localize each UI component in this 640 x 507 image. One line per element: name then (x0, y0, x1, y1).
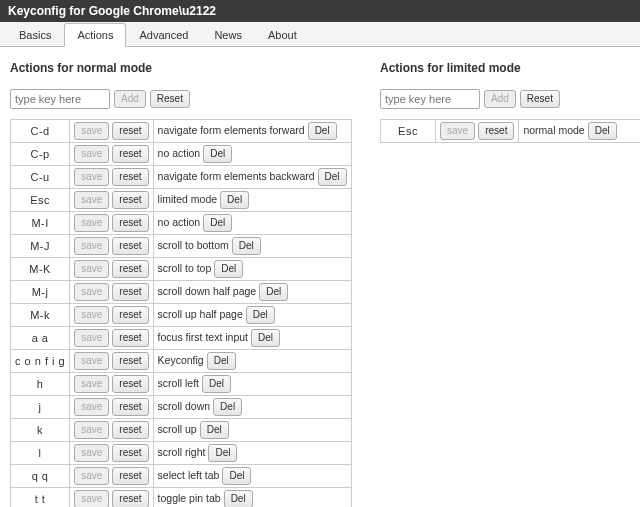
del-button[interactable]: Del (203, 145, 232, 163)
row-reset-button[interactable]: reset (112, 490, 148, 507)
table-row: M-jsave resetscroll down half pageDel (11, 281, 352, 304)
normal-add-button[interactable]: Add (114, 90, 146, 108)
action-label: scroll to bottom (158, 239, 229, 251)
action-label: select left tab (158, 469, 220, 481)
key-buttons-cell: save reset (70, 373, 153, 396)
normal-mode-column: Actions for normal mode Add Reset C-dsav… (10, 61, 340, 507)
table-row: C-psave resetno actionDel (11, 143, 352, 166)
normal-key-input[interactable] (10, 89, 110, 109)
row-reset-button[interactable]: reset (112, 375, 148, 393)
tab-basics[interactable]: Basics (6, 23, 64, 47)
tab-about[interactable]: About (255, 23, 310, 47)
row-reset-button[interactable]: reset (112, 444, 148, 462)
action-label: Keyconfig (158, 354, 204, 366)
del-button[interactable]: Del (214, 260, 243, 278)
action-cell: no actionDel (153, 143, 351, 166)
del-button[interactable]: Del (246, 306, 275, 324)
action-cell: scroll upDel (153, 419, 351, 442)
key-cell: j (11, 396, 70, 419)
row-reset-button[interactable]: reset (478, 122, 514, 140)
del-button[interactable]: Del (220, 191, 249, 209)
row-reset-button[interactable]: reset (112, 329, 148, 347)
key-buttons-cell: save reset (70, 235, 153, 258)
limited-key-input[interactable] (380, 89, 480, 109)
table-row: C-usave resetnavigate form elements back… (11, 166, 352, 189)
key-cell: M-j (11, 281, 70, 304)
save-button[interactable]: save (74, 490, 109, 507)
limited-add-row: Add Reset (380, 89, 640, 109)
save-button[interactable]: save (74, 444, 109, 462)
del-button[interactable]: Del (308, 122, 337, 140)
del-button[interactable]: Del (203, 214, 232, 232)
limited-add-button[interactable]: Add (484, 90, 516, 108)
save-button[interactable]: save (74, 122, 109, 140)
row-reset-button[interactable]: reset (112, 306, 148, 324)
row-reset-button[interactable]: reset (112, 237, 148, 255)
row-reset-button[interactable]: reset (112, 122, 148, 140)
del-button[interactable]: Del (588, 122, 617, 140)
row-reset-button[interactable]: reset (112, 467, 148, 485)
key-buttons-cell: save reset (436, 120, 519, 143)
action-label: no action (158, 147, 201, 159)
table-row: C-dsave resetnavigate form elements forw… (11, 120, 352, 143)
del-button[interactable]: Del (202, 375, 231, 393)
save-button[interactable]: save (74, 214, 109, 232)
action-cell: scroll to topDel (153, 258, 351, 281)
del-button[interactable]: Del (251, 329, 280, 347)
row-reset-button[interactable]: reset (112, 421, 148, 439)
key-cell: c o n f i g (11, 350, 70, 373)
save-button[interactable]: save (74, 145, 109, 163)
save-button[interactable]: save (74, 306, 109, 324)
save-button[interactable]: save (74, 168, 109, 186)
normal-reset-button[interactable]: Reset (150, 90, 190, 108)
row-reset-button[interactable]: reset (112, 214, 148, 232)
limited-heading: Actions for limited mode (380, 61, 640, 75)
save-button[interactable]: save (74, 191, 109, 209)
save-button[interactable]: save (74, 421, 109, 439)
key-buttons-cell: save reset (70, 258, 153, 281)
tab-actions[interactable]: Actions (64, 23, 126, 47)
table-row: c o n f i gsave resetKeyconfigDel (11, 350, 352, 373)
save-button[interactable]: save (440, 122, 475, 140)
save-button[interactable]: save (74, 467, 109, 485)
tab-news[interactable]: News (201, 23, 255, 47)
save-button[interactable]: save (74, 237, 109, 255)
action-label: no action (158, 216, 201, 228)
save-button[interactable]: save (74, 329, 109, 347)
del-button[interactable]: Del (222, 467, 251, 485)
del-button[interactable]: Del (200, 421, 229, 439)
del-button[interactable]: Del (259, 283, 288, 301)
limited-reset-button[interactable]: Reset (520, 90, 560, 108)
table-row: lsave resetscroll rightDel (11, 442, 352, 465)
key-cell: k (11, 419, 70, 442)
row-reset-button[interactable]: reset (112, 352, 148, 370)
row-reset-button[interactable]: reset (112, 260, 148, 278)
row-reset-button[interactable]: reset (112, 168, 148, 186)
del-button[interactable]: Del (208, 444, 237, 462)
action-label: scroll to top (158, 262, 212, 274)
save-button[interactable]: save (74, 398, 109, 416)
save-button[interactable]: save (74, 283, 109, 301)
tab-advanced[interactable]: Advanced (126, 23, 201, 47)
key-buttons-cell: save reset (70, 419, 153, 442)
row-reset-button[interactable]: reset (112, 191, 148, 209)
del-button[interactable]: Del (318, 168, 347, 186)
del-button[interactable]: Del (232, 237, 261, 255)
key-cell: C-p (11, 143, 70, 166)
row-reset-button[interactable]: reset (112, 145, 148, 163)
action-label: toggle pin tab (158, 492, 221, 504)
table-row: M-Jsave resetscroll to bottomDel (11, 235, 352, 258)
table-row: M-ksave resetscroll up half pageDel (11, 304, 352, 327)
del-button[interactable]: Del (213, 398, 242, 416)
save-button[interactable]: save (74, 375, 109, 393)
action-cell: scroll to bottomDel (153, 235, 351, 258)
del-button[interactable]: Del (224, 490, 253, 507)
save-button[interactable]: save (74, 260, 109, 278)
key-buttons-cell: save reset (70, 488, 153, 508)
row-reset-button[interactable]: reset (112, 398, 148, 416)
action-label: scroll up (158, 423, 197, 435)
save-button[interactable]: save (74, 352, 109, 370)
row-reset-button[interactable]: reset (112, 283, 148, 301)
key-buttons-cell: save reset (70, 396, 153, 419)
del-button[interactable]: Del (207, 352, 236, 370)
